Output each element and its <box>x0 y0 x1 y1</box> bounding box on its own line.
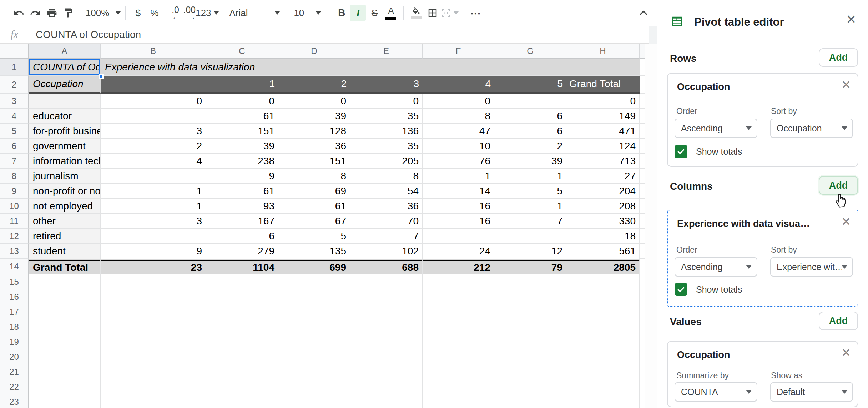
borders-button[interactable] <box>424 4 441 21</box>
cell-F21[interactable] <box>423 364 494 379</box>
cell-E15[interactable] <box>350 274 423 289</box>
row-header-1[interactable]: 1 <box>0 59 29 76</box>
decrease-decimal-button[interactable]: .0 ← <box>163 4 179 21</box>
cell-D17[interactable] <box>278 304 350 319</box>
cell-H20[interactable] <box>566 349 640 364</box>
cell-B1[interactable]: Experience with data visualization <box>101 59 640 76</box>
cell-H6[interactable]: 124 <box>566 139 640 154</box>
cell-D11[interactable]: 67 <box>278 214 350 229</box>
cell-G8[interactable]: 1 <box>494 169 566 184</box>
cell-B20[interactable] <box>101 349 206 364</box>
row-header-9[interactable]: 9 <box>0 184 29 199</box>
cell-H9[interactable]: 204 <box>566 184 640 199</box>
cell-I5[interactable] <box>640 124 645 139</box>
cell-E3[interactable]: 0 <box>350 94 423 109</box>
cell-E2[interactable]: 3 <box>350 76 423 94</box>
cell-G3[interactable] <box>494 94 566 109</box>
cell-F7[interactable]: 76 <box>423 154 494 169</box>
cell-H23[interactable] <box>566 394 640 408</box>
cell-C15[interactable] <box>206 274 278 289</box>
cell-B10[interactable]: 1 <box>101 199 206 214</box>
cell-H18[interactable] <box>566 319 640 334</box>
row-header-2[interactable]: 2 <box>0 76 29 94</box>
row-header-8[interactable]: 8 <box>0 169 29 184</box>
cell-A14[interactable]: Grand Total <box>29 259 101 274</box>
cell-D7[interactable]: 151 <box>278 154 350 169</box>
cell-I10[interactable] <box>640 199 645 214</box>
cell-F20[interactable] <box>423 349 494 364</box>
cell-D18[interactable] <box>278 319 350 334</box>
cell-B5[interactable]: 3 <box>101 124 206 139</box>
cell-C11[interactable]: 167 <box>206 214 278 229</box>
cell-A13[interactable]: student <box>29 244 101 259</box>
cell-C17[interactable] <box>206 304 278 319</box>
cell-A22[interactable] <box>29 379 101 394</box>
cell-F3[interactable]: 0 <box>423 94 494 109</box>
cell-A20[interactable] <box>29 349 101 364</box>
cell-I9[interactable] <box>640 184 645 199</box>
cell-C2[interactable]: 1 <box>206 76 278 94</box>
values-add-button[interactable]: Add <box>819 312 858 330</box>
cell-A9[interactable]: non-profit or non- <box>29 184 101 199</box>
cell-I16[interactable] <box>640 289 645 304</box>
row-header-18[interactable]: 18 <box>0 319 29 334</box>
cell-B16[interactable] <box>101 289 206 304</box>
row-header-5[interactable]: 5 <box>0 124 29 139</box>
column-header-E[interactable]: E <box>350 44 423 59</box>
cell-H17[interactable] <box>566 304 640 319</box>
cell-D22[interactable] <box>278 379 350 394</box>
cell-I2[interactable] <box>640 76 645 94</box>
cell-I19[interactable] <box>640 334 645 349</box>
cell-A19[interactable] <box>29 334 101 349</box>
redo-button[interactable] <box>27 4 44 21</box>
cell-E11[interactable]: 70 <box>350 214 423 229</box>
cell-I17[interactable] <box>640 304 645 319</box>
bold-button[interactable]: B <box>333 4 350 21</box>
cell-A1[interactable]: COUNTA of Occ <box>29 59 101 76</box>
cell-F16[interactable] <box>423 289 494 304</box>
cell-C9[interactable]: 61 <box>206 184 278 199</box>
cell-B22[interactable] <box>101 379 206 394</box>
cell-A16[interactable] <box>29 289 101 304</box>
font-select[interactable]: Arial <box>228 4 281 21</box>
increase-decimal-button[interactable]: .00 → <box>179 4 196 21</box>
cell-I15[interactable] <box>640 274 645 289</box>
cell-A15[interactable] <box>29 274 101 289</box>
cell-I22[interactable] <box>640 379 645 394</box>
cell-E6[interactable]: 35 <box>350 139 423 154</box>
cell-I1[interactable] <box>640 59 645 76</box>
cell-I8[interactable] <box>640 169 645 184</box>
cell-C21[interactable] <box>206 364 278 379</box>
sort-by-select[interactable]: Experience wit… <box>770 257 853 277</box>
column-header-G[interactable]: G <box>494 44 566 59</box>
cell-G9[interactable]: 5 <box>494 184 566 199</box>
cell-D2[interactable]: 2 <box>278 76 350 94</box>
rows-card-close-button[interactable]: × <box>842 77 851 92</box>
row-header-10[interactable]: 10 <box>0 199 29 214</box>
cell-D15[interactable] <box>278 274 350 289</box>
cell-H3[interactable]: 0 <box>566 94 640 109</box>
cell-E5[interactable]: 136 <box>350 124 423 139</box>
cell-I23[interactable] <box>640 394 645 408</box>
column-header-B[interactable]: B <box>101 44 206 59</box>
cell-G15[interactable] <box>494 274 566 289</box>
cell-B2[interactable] <box>101 76 206 94</box>
cell-I4[interactable] <box>640 109 645 124</box>
panel-close-button[interactable]: × <box>846 11 856 27</box>
cell-I13[interactable] <box>640 244 645 259</box>
cell-C18[interactable] <box>206 319 278 334</box>
cell-D14[interactable]: 699 <box>278 259 350 274</box>
row-header-6[interactable]: 6 <box>0 139 29 154</box>
cell-G11[interactable]: 7 <box>494 214 566 229</box>
cell-I12[interactable] <box>640 229 645 244</box>
cell-A18[interactable] <box>29 319 101 334</box>
cell-B15[interactable] <box>101 274 206 289</box>
row-header-3[interactable]: 3 <box>0 94 29 109</box>
cell-B14[interactable]: 23 <box>101 259 206 274</box>
cell-F10[interactable]: 16 <box>423 199 494 214</box>
cell-G5[interactable]: 6 <box>494 124 566 139</box>
cell-G17[interactable] <box>494 304 566 319</box>
cell-D10[interactable]: 61 <box>278 199 350 214</box>
cell-G12[interactable] <box>494 229 566 244</box>
hide-menus-button[interactable] <box>635 4 652 21</box>
